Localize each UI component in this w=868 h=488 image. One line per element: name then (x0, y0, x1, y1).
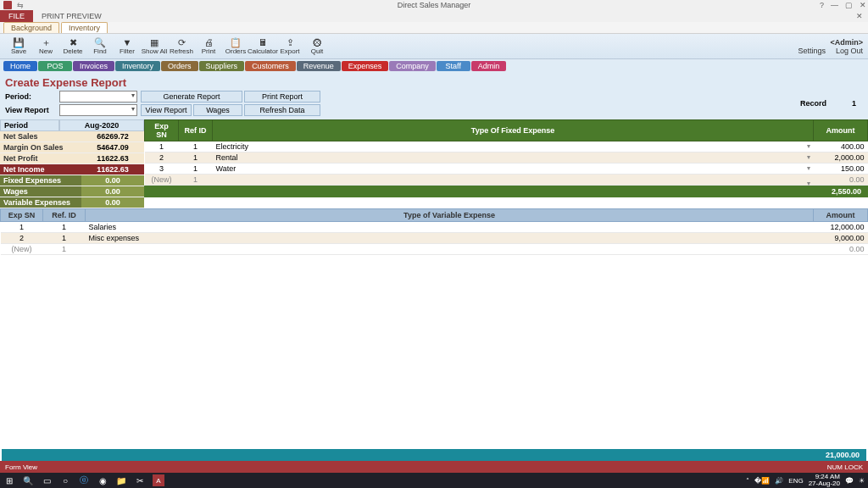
doc-close-icon[interactable]: ✕ (856, 12, 863, 20)
variable-expense-section: Exp SN Ref. ID Type of Variable Expense … (0, 208, 868, 255)
tray-chevron-icon[interactable]: ˄ (746, 477, 749, 485)
form-view-bar: Form View NUM LOCK (0, 461, 868, 473)
view-report-button[interactable]: View Report (141, 104, 192, 116)
table-row[interactable]: 31Water150.00 (145, 164, 868, 175)
nav-orders[interactable]: Orders (161, 61, 198, 71)
summary-row: Wages0.00 (0, 186, 144, 197)
quit-button[interactable]: ⮿Quit (303, 35, 331, 58)
nav-invoices[interactable]: Invoices (73, 61, 114, 71)
access-icon[interactable]: A (153, 474, 164, 486)
fixed-expense-table: Exp SN Ref ID Type Of Fixed Expense Amou… (144, 119, 868, 186)
summary-row: Net Income11622.63 (0, 164, 144, 175)
export-icon: ⇪ (287, 38, 294, 47)
nav-staff[interactable]: Staff (437, 61, 470, 71)
cortana-icon[interactable]: ○ (59, 474, 71, 486)
nav-pos[interactable]: POS (38, 61, 72, 71)
find-button[interactable]: 🔍Find (86, 35, 114, 58)
nav-suppliers[interactable]: Suppliers (199, 61, 245, 71)
find-icon: 🔍 (94, 38, 106, 47)
main-content: Period Aug-2020 Net Sales66269.72Margin … (0, 119, 868, 208)
chrome-icon[interactable]: ◉ (97, 474, 108, 486)
new-button[interactable]: ＋New (32, 35, 59, 58)
summary-row: Net Profit11622.63 (0, 153, 144, 164)
file-tab[interactable]: FILE (0, 10, 33, 22)
tab-inventory[interactable]: Inventory (61, 22, 108, 33)
col-ref-id: Ref ID (179, 120, 213, 141)
period-label: Period: (5, 92, 58, 101)
tray-wifi-icon[interactable]: �📶 (754, 477, 770, 485)
search-icon[interactable]: 🔍 (22, 474, 34, 486)
summary-row: Net Sales66269.72 (0, 131, 144, 142)
print-button[interactable]: 🖨Print (195, 35, 222, 58)
fixed-expense-section: Exp SN Ref ID Type Of Fixed Expense Amou… (144, 119, 868, 208)
table-row[interactable]: 21Misc expenses9,000.00 (1, 233, 868, 244)
restore-icon[interactable]: ▢ (845, 1, 853, 9)
tray-weather-icon[interactable]: ☀ (859, 477, 865, 485)
delete-button[interactable]: ✖Delete (59, 35, 86, 58)
nav-revenue[interactable]: Revenue (297, 61, 341, 71)
table-row[interactable]: (New)10.00 (145, 175, 868, 186)
summary-row: Fixed Expenses0.00 (0, 175, 144, 186)
summary-row: Variable Expenses0.00 (0, 197, 144, 208)
new-icon: ＋ (42, 38, 51, 47)
record-label: Record (800, 99, 826, 108)
table-row[interactable]: (New)10.00 (1, 244, 868, 255)
window-title: Direct Sales Manager (398, 1, 471, 9)
help-icon[interactable]: ? (820, 1, 824, 9)
nav-home[interactable]: Home (3, 61, 37, 71)
table-row[interactable]: 11Electricity400.00 (145, 141, 868, 152)
filter-icon: ▼ (123, 38, 132, 47)
view-report-label: View Report (5, 106, 58, 114)
period-header: Period (0, 119, 59, 131)
tray-lang[interactable]: ENG (788, 477, 803, 485)
tray-notification-icon[interactable]: 💬 (845, 477, 854, 485)
nav-expenses[interactable]: Expenses (342, 61, 389, 71)
task-view-icon[interactable]: ▭ (41, 474, 53, 486)
table-row[interactable]: 21Rental2,000.00 (145, 152, 868, 164)
ribbon: 💾Save＋New✖Delete🔍Find▼Filter▦Show All⟳Re… (0, 34, 868, 59)
print-report-button[interactable]: Print Report (244, 91, 320, 103)
explorer-icon[interactable]: 📁 (115, 474, 127, 486)
print-preview-tab[interactable]: PRINT PREVIEW (33, 12, 110, 20)
form-view-label: Form View (5, 463, 37, 471)
wages-button[interactable]: Wages (193, 104, 242, 116)
edge-icon[interactable]: ⓔ (78, 474, 90, 486)
fixed-total: 2,550.00 (144, 186, 868, 197)
nav-company[interactable]: Company (389, 61, 436, 71)
generate-report-button[interactable]: Generate Report (141, 91, 242, 103)
view-report-combo[interactable] (59, 104, 137, 116)
snip-icon[interactable]: ✂ (134, 474, 146, 486)
orders-button[interactable]: 📋Orders (222, 35, 249, 58)
settings-link[interactable]: Settings (798, 47, 826, 55)
export-button[interactable]: ⇪Export (276, 35, 303, 58)
nav-inventory[interactable]: Inventory (115, 61, 160, 71)
close-icon[interactable]: ✕ (860, 1, 866, 9)
refresh-icon: ⟳ (178, 38, 186, 47)
table-row[interactable]: 11Salaries12,000.00 (1, 222, 868, 233)
col-var-sn: Exp SN (1, 209, 43, 222)
refresh-data-button[interactable]: Refresh Data (244, 104, 320, 116)
nav-bar: HomePOSInvoicesInventoryOrdersSuppliersC… (0, 59, 868, 73)
controls-row: Period: View Report Generate Report Prin… (0, 91, 868, 119)
period-combo[interactable] (59, 91, 137, 103)
tab-background[interactable]: Background (3, 22, 59, 33)
tray-volume-icon[interactable]: 🔊 (775, 477, 783, 485)
save-button[interactable]: 💾Save (5, 35, 32, 58)
nav-customers[interactable]: Customers (245, 61, 296, 71)
start-icon[interactable]: ⊞ (3, 474, 15, 486)
view-tabs: Background Inventory (0, 22, 868, 34)
col-type: Type Of Fixed Expense (213, 120, 814, 141)
filter-button[interactable]: ▼Filter (114, 35, 141, 58)
refresh-button[interactable]: ⟳Refresh (168, 35, 195, 58)
logout-link[interactable]: Log Out (836, 47, 863, 55)
nav-admin[interactable]: Admin (471, 61, 507, 71)
variable-total: 21,000.00 (2, 449, 866, 461)
calculator-icon: 🖩 (259, 38, 268, 47)
title-bar: ⇆ Direct Sales Manager ? — ▢ ✕ (0, 0, 868, 10)
summary-row: Margin On Sales54647.09 (0, 142, 144, 153)
delete-icon: ✖ (70, 38, 77, 47)
calculator-button[interactable]: 🖩Calculator (249, 35, 276, 58)
minimize-icon[interactable]: — (831, 1, 838, 9)
show-all-button[interactable]: ▦Show All (141, 35, 168, 58)
print-icon: 🖨 (204, 38, 214, 47)
